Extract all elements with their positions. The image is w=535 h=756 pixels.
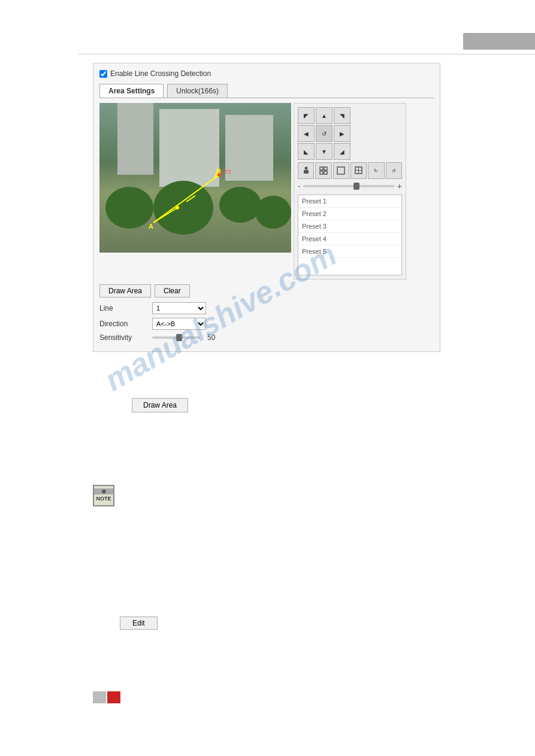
edit-button[interactable]: Edit	[120, 617, 158, 630]
ptz-btn-right[interactable]: ▶	[334, 125, 350, 142]
camera-view: A B PTZ	[99, 103, 291, 253]
sensitivity-row: Sensitivity 50	[99, 333, 434, 342]
ptz-panel: ◤ ▲ ◥ ◀ ↺ ▶ ◣ ▼ ◢	[294, 103, 406, 280]
ptz-btn-left[interactable]: ◀	[298, 125, 315, 142]
zoom-plus-btn[interactable]: +	[397, 181, 402, 191]
preset-item-3[interactable]: Preset 3	[298, 220, 401, 233]
ptz-feat-btn-single[interactable]	[333, 162, 349, 179]
ptz-features: ↻ ↺	[298, 162, 402, 179]
ptz-btn-center[interactable]: ↺	[316, 125, 333, 142]
direction-select[interactable]: A<->B A->B B->A	[152, 318, 206, 330]
preset-list[interactable]: Preset 1 Preset 2 Preset 3 Preset 4 Pres…	[298, 195, 402, 275]
enable-checkbox-row: Enable Line Crossing Detection	[99, 69, 434, 78]
sensitivity-slider[interactable]	[152, 336, 200, 339]
color-blocks	[93, 691, 120, 703]
ptz-btn-down-left[interactable]: ◣	[298, 143, 315, 160]
ptz-feat-btn-rotate-ccw[interactable]: ↺	[386, 162, 402, 179]
svg-rect-15	[337, 167, 344, 174]
enable-checkbox[interactable]	[99, 70, 107, 78]
content-area: A B PTZ ◤ ▲	[99, 103, 434, 280]
draw-area-button[interactable]: Draw Area	[99, 284, 151, 297]
preset-item-2[interactable]: Preset 2	[298, 208, 401, 220]
top-divider	[78, 54, 535, 54]
tab-area-settings[interactable]: Area Settings	[99, 84, 164, 98]
direction-label: Direction	[99, 320, 147, 328]
note-area: ▤ NOTE	[93, 485, 114, 506]
sensitivity-label: Sensitivity	[99, 333, 147, 342]
sensitivity-value: 50	[207, 333, 215, 342]
line-row: Line 1 2 3 4	[99, 302, 434, 314]
svg-point-9	[304, 167, 307, 170]
detection-line-overlay: A B PTZ	[99, 103, 291, 253]
zoom-slider-thumb[interactable]	[353, 183, 359, 190]
svg-rect-10	[304, 170, 309, 174]
tabs-row: Area Settings Unlock(166s)	[99, 84, 434, 98]
svg-line-4	[153, 208, 177, 223]
sensitivity-thumb[interactable]	[176, 334, 182, 341]
ptz-feat-btn-rotate-cw[interactable]: ↻	[368, 162, 384, 179]
camera-background: A B PTZ	[99, 103, 291, 253]
note-icon: ▤ NOTE	[93, 485, 114, 506]
ptz-feat-btn-grid[interactable]	[315, 162, 331, 179]
preset-item-5[interactable]: Preset 5	[298, 245, 401, 258]
note-icon-top-bar: ▤	[94, 488, 113, 494]
svg-line-0	[153, 175, 219, 223]
svg-rect-13	[320, 171, 323, 174]
clear-button[interactable]: Clear	[155, 284, 190, 297]
action-buttons: Draw Area Clear	[99, 284, 434, 297]
svg-rect-14	[324, 171, 327, 174]
zoom-row: - +	[298, 181, 402, 191]
tab-unlock[interactable]: Unlock(166s)	[167, 84, 228, 98]
enable-label: Enable Line Crossing Detection	[110, 69, 211, 78]
ptz-feat-btn-quad[interactable]	[350, 162, 367, 179]
svg-rect-11	[320, 167, 323, 170]
top-bar	[463, 33, 535, 50]
color-block-red	[107, 691, 120, 703]
ptz-btn-up[interactable]: ▲	[316, 107, 333, 124]
svg-text:A: A	[149, 223, 153, 230]
ptz-btn-up-left[interactable]: ◤	[298, 107, 315, 124]
main-panel: Enable Line Crossing Detection Area Sett…	[93, 63, 440, 352]
line-select[interactable]: 1 2 3 4	[152, 302, 206, 314]
standalone-draw-area-button[interactable]: Draw Area	[132, 398, 188, 412]
svg-rect-12	[324, 167, 327, 170]
preset-item-4[interactable]: Preset 4	[298, 233, 401, 245]
ptz-btn-down[interactable]: ▼	[316, 143, 333, 160]
ptz-btn-up-right[interactable]: ◥	[334, 107, 350, 124]
ptz-feat-btn-person[interactable]	[298, 162, 314, 179]
svg-text:PTZ: PTZ	[221, 169, 232, 175]
zoom-minus-btn[interactable]: -	[298, 181, 301, 191]
ptz-arrows: ◤ ▲ ◥ ◀ ↺ ▶ ◣ ▼ ◢	[298, 107, 402, 160]
svg-line-5	[186, 196, 195, 202]
color-block-gray	[93, 691, 106, 703]
line-label: Line	[99, 304, 147, 312]
svg-point-8	[176, 206, 179, 210]
direction-row: Direction A<->B A->B B->A	[99, 318, 434, 330]
preset-item-1[interactable]: Preset 1	[298, 195, 401, 208]
ptz-btn-down-right[interactable]: ◢	[334, 143, 350, 160]
note-icon-label: NOTE	[95, 494, 112, 503]
zoom-slider[interactable]	[303, 185, 395, 187]
